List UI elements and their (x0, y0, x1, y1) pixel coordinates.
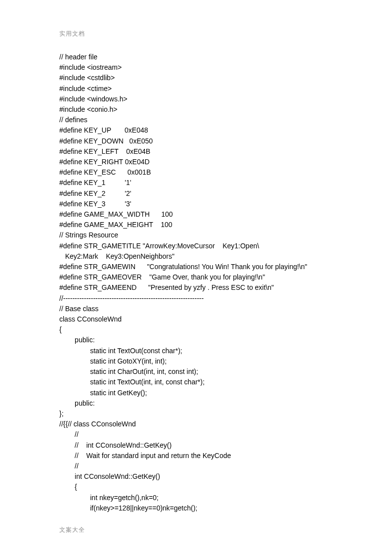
code-content: // header file #include <iostream> #incl… (59, 52, 333, 513)
page-header: 实用文档 (59, 30, 333, 38)
document-page: 实用文档 // header file #include <iostream> … (0, 0, 392, 533)
page-footer: 文案大全 (59, 526, 85, 534)
